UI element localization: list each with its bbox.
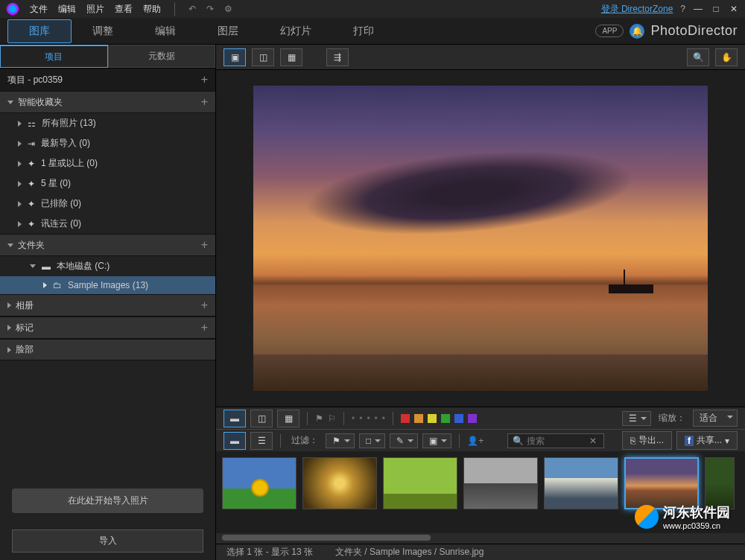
- minimize-icon[interactable]: —: [693, 4, 703, 14]
- app-badge[interactable]: APP: [595, 25, 624, 37]
- tree-item-1star[interactable]: ✦1 星或以上 (0): [0, 153, 215, 174]
- tree-item-recent-import[interactable]: ⇥最新导入 (0): [0, 133, 215, 153]
- pan-tool-icon[interactable]: ✋: [715, 48, 738, 66]
- add-tag-icon[interactable]: +: [201, 321, 208, 334]
- help-icon[interactable]: ?: [680, 4, 685, 14]
- preview-area[interactable]: [216, 70, 745, 407]
- tab-print[interactable]: 打印: [332, 20, 395, 42]
- wand-icon: ✦: [28, 219, 35, 229]
- search-box[interactable]: 🔍 ✕: [507, 433, 604, 448]
- chevron-right-icon: [18, 181, 22, 187]
- thumbnail[interactable]: [302, 457, 377, 509]
- thumbnail[interactable]: [544, 457, 618, 509]
- tree-item-cloud[interactable]: ✦讯连云 (0): [0, 214, 215, 234]
- add-smart-icon[interactable]: +: [201, 95, 208, 109]
- star-icon[interactable]: •: [359, 413, 362, 424]
- filter-color-dropdown[interactable]: □: [359, 433, 385, 448]
- color-tag-yellow[interactable]: [428, 414, 437, 423]
- layout-split-icon[interactable]: ◫: [250, 410, 273, 427]
- tree-item-local-disk[interactable]: ▬本地磁盘 (C:): [0, 256, 215, 276]
- color-tag-orange[interactable]: [414, 414, 423, 423]
- filmstrip-scrollbar-thumb[interactable]: [222, 535, 431, 541]
- chevron-down-icon: [30, 264, 36, 268]
- folder-icon: 🗀: [53, 280, 62, 290]
- menu-view[interactable]: 查看: [115, 3, 133, 16]
- notification-icon[interactable]: 🔔: [630, 24, 644, 39]
- tree-item-sample-images[interactable]: 🗀Sample Images (13): [0, 276, 215, 294]
- chevron-right-icon: [18, 221, 22, 227]
- tab-slideshow[interactable]: 幻灯片: [259, 20, 332, 42]
- tree-item-excluded[interactable]: ✦已排除 (0): [0, 194, 215, 214]
- flag-x-icon[interactable]: ⚐: [328, 413, 336, 424]
- add-album-icon[interactable]: +: [201, 299, 208, 312]
- menu-file[interactable]: 文件: [30, 3, 48, 16]
- section-albums[interactable]: 相册 +: [0, 294, 215, 316]
- login-link[interactable]: 登录 DirectorZone: [601, 3, 673, 16]
- section-folders[interactable]: 文件夹 +: [0, 234, 215, 256]
- flag-icon[interactable]: ⚑: [315, 413, 323, 424]
- tree-item-5star[interactable]: ✦5 星 (0): [0, 174, 215, 194]
- tab-layers[interactable]: 图层: [197, 20, 259, 42]
- view-single-icon[interactable]: ▣: [224, 48, 246, 66]
- app-logo-icon: [6, 2, 19, 16]
- filmstrip-scrollbar-track[interactable]: [216, 533, 745, 544]
- sort-dropdown[interactable]: ☰: [622, 411, 651, 426]
- list-view-icon[interactable]: ☰: [250, 432, 273, 450]
- thumb-view-icon[interactable]: ▬: [224, 432, 246, 450]
- layout-bottom-icon[interactable]: ▬: [224, 410, 246, 427]
- thumbnail[interactable]: [383, 457, 457, 509]
- menu-edit[interactable]: 编辑: [58, 3, 76, 16]
- color-tag-purple[interactable]: [468, 414, 477, 423]
- add-project-icon[interactable]: +: [201, 73, 208, 86]
- filter-edit-dropdown[interactable]: ✎: [390, 433, 418, 448]
- tab-adjust[interactable]: 调整: [72, 20, 134, 42]
- thumbnail[interactable]: [463, 457, 538, 509]
- import-button[interactable]: 导入: [12, 529, 203, 553]
- side-tab-metadata[interactable]: 元数据: [108, 45, 216, 68]
- section-faces[interactable]: 脸部: [0, 339, 215, 360]
- close-icon[interactable]: ✕: [729, 4, 739, 14]
- star-icon[interactable]: •: [382, 413, 385, 424]
- section-tags[interactable]: 标记 +: [0, 316, 215, 339]
- export-button[interactable]: ⎘导出...: [622, 431, 672, 450]
- add-folder-icon[interactable]: +: [201, 238, 208, 252]
- filter-stack-dropdown[interactable]: ▣: [422, 433, 451, 448]
- section-smart-collections[interactable]: 智能收藏夹 +: [0, 91, 215, 113]
- redo-icon[interactable]: ↷: [206, 4, 214, 14]
- settings-icon[interactable]: ⚙: [224, 4, 232, 14]
- share-button[interactable]: f共享...▾: [676, 431, 738, 450]
- view-grid-icon[interactable]: ▦: [280, 48, 302, 66]
- color-tag-red[interactable]: [401, 414, 410, 423]
- view-compare-icon[interactable]: ◫: [252, 48, 274, 66]
- maximize-icon[interactable]: □: [711, 4, 721, 14]
- layout-grid-icon[interactable]: ▦: [277, 410, 299, 427]
- zoom-dropdown[interactable]: 适合: [693, 410, 738, 427]
- wand-icon: ✦: [28, 159, 35, 169]
- menu-help[interactable]: 帮助: [143, 3, 161, 16]
- filmstrip[interactable]: [216, 451, 745, 533]
- side-tab-project[interactable]: 项目: [0, 45, 108, 68]
- undo-icon[interactable]: ↶: [188, 4, 196, 14]
- face-tag-icon[interactable]: 👤+: [467, 436, 484, 446]
- chevron-right-icon: [18, 141, 22, 147]
- view-mirror-icon[interactable]: ⇶: [326, 48, 349, 66]
- star-icon[interactable]: •: [375, 413, 378, 424]
- color-tag-blue[interactable]: [454, 414, 463, 423]
- star-icon[interactable]: •: [352, 413, 355, 424]
- tab-edit[interactable]: 编辑: [134, 20, 197, 42]
- project-header: 项目 - pc0359 +: [0, 69, 215, 91]
- search-input[interactable]: [527, 436, 586, 446]
- tab-library[interactable]: 图库: [7, 19, 72, 43]
- import-icon: ⇥: [28, 139, 35, 149]
- clear-search-icon[interactable]: ✕: [589, 436, 597, 446]
- thumbnail[interactable]: [222, 457, 297, 509]
- thumbnail[interactable]: [705, 457, 735, 509]
- tree-item-all-photos[interactable]: ⚏所有照片 (13): [0, 113, 215, 133]
- star-icon[interactable]: •: [367, 413, 370, 424]
- color-tag-green[interactable]: [441, 414, 450, 423]
- menu-photo[interactable]: 照片: [86, 3, 104, 16]
- zoom-tool-icon[interactable]: 🔍: [687, 48, 709, 66]
- thumbnail-selected[interactable]: [624, 457, 699, 509]
- filter-flag-dropdown[interactable]: ⚑: [326, 433, 355, 448]
- search-icon: 🔍: [513, 436, 524, 446]
